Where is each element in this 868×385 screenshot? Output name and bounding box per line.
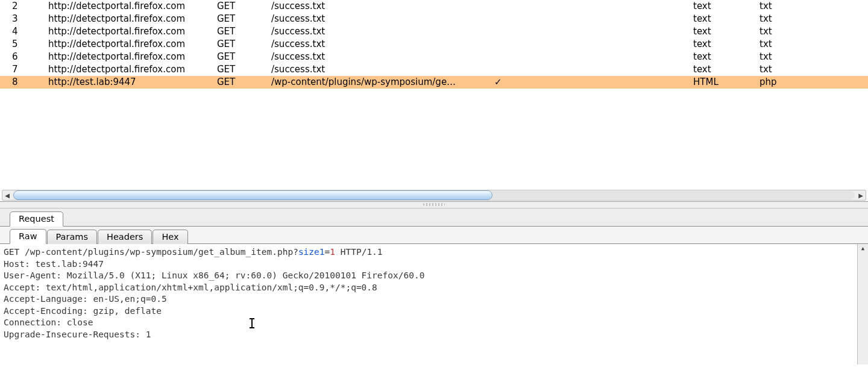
scrollbar-track[interactable]	[13, 191, 855, 199]
row-edited-check: ✓	[494, 76, 693, 89]
tab-request[interactable]: Request	[10, 211, 63, 227]
row-url: /success.txt	[271, 0, 494, 13]
row-url: /success.txt	[271, 63, 494, 76]
http-history-pane: 2http://detectportal.firefox.comGET/succ…	[0, 0, 868, 202]
row-method: GET	[217, 25, 271, 38]
http-history-table[interactable]: 2http://detectportal.firefox.comGET/succ…	[0, 0, 868, 89]
row-method: GET	[217, 0, 271, 13]
tab-raw[interactable]: Raw	[10, 229, 46, 244]
row-extension: txt	[760, 25, 826, 38]
row-index: 6	[0, 51, 48, 63]
table-row[interactable]: 2http://detectportal.firefox.comGET/succ…	[0, 0, 868, 13]
row-host: http://detectportal.firefox.com	[48, 0, 217, 13]
row-index: 8	[0, 76, 48, 89]
row-method: GET	[217, 13, 271, 25]
request-param-name: size1	[298, 247, 325, 257]
row-method: GET	[217, 51, 271, 63]
request-response-tabs: Request	[0, 208, 868, 227]
scroll-up-icon[interactable]: ▲	[858, 244, 867, 253]
row-index: 7	[0, 63, 48, 76]
scroll-right-icon[interactable]: ▶	[856, 190, 866, 200]
row-mime: text	[693, 63, 760, 76]
row-url: /success.txt	[271, 38, 494, 51]
table-row[interactable]: 7http://detectportal.firefox.comGET/succ…	[0, 63, 868, 76]
table-row[interactable]: 3http://detectportal.firefox.comGET/succ…	[0, 13, 868, 25]
request-param-eq: =	[325, 247, 330, 257]
row-url: /success.txt	[271, 51, 494, 63]
row-url: /success.txt	[271, 13, 494, 25]
row-method: GET	[217, 76, 271, 89]
request-param-value: 1	[330, 247, 335, 257]
row-mime: text	[693, 38, 760, 51]
row-mime: text	[693, 51, 760, 63]
row-extension: txt	[760, 38, 826, 51]
request-detail-pane: Request RawParamsHeadersHex GET /wp-cont…	[0, 208, 868, 365]
request-line-post: HTTP/1.1	[335, 247, 383, 257]
table-row[interactable]: 8http://test.lab:9447GET/wp-content/plug…	[0, 76, 868, 89]
row-url: /wp-content/plugins/wp-symposium/ge…	[271, 76, 494, 89]
request-view-tabs: RawParamsHeadersHex	[0, 227, 868, 244]
row-extension: txt	[760, 63, 826, 76]
row-mime: text	[693, 25, 760, 38]
row-url: /success.txt	[271, 25, 494, 38]
horizontal-scrollbar[interactable]: ◀ ▶	[2, 190, 866, 201]
row-host: http://detectportal.firefox.com	[48, 25, 217, 38]
table-row[interactable]: 5http://detectportal.firefox.comGET/succ…	[0, 38, 868, 51]
row-host: http://detectportal.firefox.com	[48, 13, 217, 25]
row-extension: txt	[760, 51, 826, 63]
table-row[interactable]: 6http://detectportal.firefox.comGET/succ…	[0, 51, 868, 63]
row-host: http://detectportal.firefox.com	[48, 63, 217, 76]
request-line-pre: GET /wp-content/plugins/wp-symposium/get…	[4, 247, 298, 257]
scrollbar-thumb[interactable]	[13, 190, 492, 200]
row-index: 2	[0, 0, 48, 13]
pane-splitter[interactable]	[0, 202, 868, 208]
tab-params[interactable]: Params	[47, 230, 98, 244]
row-index: 3	[0, 13, 48, 25]
row-index: 4	[0, 25, 48, 38]
scroll-left-icon[interactable]: ◀	[2, 190, 12, 200]
row-host: http://detectportal.firefox.com	[48, 38, 217, 51]
row-host: http://test.lab:9447	[48, 76, 217, 89]
tab-headers[interactable]: Headers	[98, 230, 152, 244]
row-extension: txt	[760, 13, 826, 25]
row-mime: text	[693, 13, 760, 25]
request-header-lines: Host: test.lab:9447 User-Agent: Mozilla/…	[4, 259, 424, 339]
text-cursor-icon	[249, 318, 255, 329]
raw-request-editor[interactable]: GET /wp-content/plugins/wp-symposium/get…	[0, 244, 868, 365]
tab-hex[interactable]: Hex	[153, 230, 187, 244]
row-index: 5	[0, 38, 48, 51]
row-method: GET	[217, 63, 271, 76]
row-host: http://detectportal.firefox.com	[48, 51, 217, 63]
row-mime: HTML	[693, 76, 760, 89]
row-method: GET	[217, 38, 271, 51]
row-extension: txt	[760, 0, 826, 13]
row-mime: text	[693, 0, 760, 13]
vertical-scrollbar[interactable]: ▲	[857, 244, 868, 365]
scrollbar-track[interactable]	[858, 253, 868, 365]
row-extension: php	[760, 76, 826, 89]
table-row[interactable]: 4http://detectportal.firefox.comGET/succ…	[0, 25, 868, 38]
